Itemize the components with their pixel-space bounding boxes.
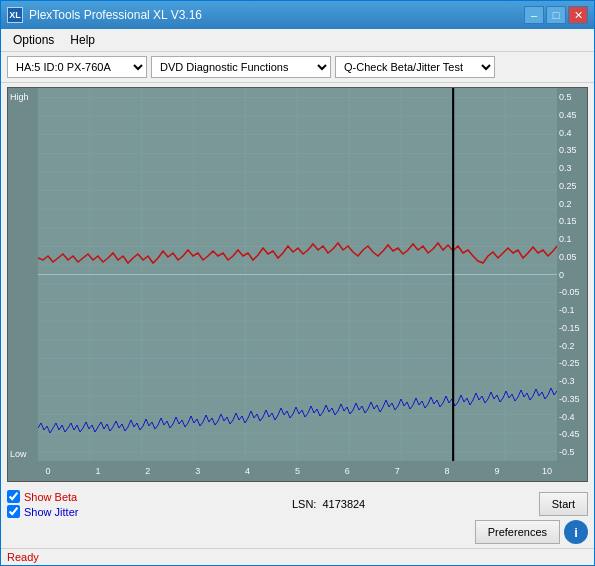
y-high-label: High (10, 92, 29, 102)
menu-bar: Options Help (1, 29, 594, 52)
show-jitter-label: Show Jitter (24, 506, 78, 518)
title-controls: – □ ✕ (524, 6, 588, 24)
test-selector[interactable]: Q-Check Beta/Jitter Test (335, 56, 495, 78)
chart-container: High Low 0.5 0.45 0.4 0.35 0.3 0.25 0.2 … (7, 87, 588, 482)
y-axis-right: 0.5 0.45 0.4 0.35 0.3 0.25 0.2 0.15 0.1 … (557, 88, 587, 461)
show-beta-row: Show Beta (7, 490, 78, 503)
toolbar: HA:5 ID:0 PX-760A DVD Diagnostic Functio… (1, 52, 594, 83)
lsn-area: LSN: 4173824 (292, 498, 365, 510)
main-window: XL PlexTools Professional XL V3.16 – □ ✕… (0, 0, 595, 566)
show-beta-label: Show Beta (24, 491, 77, 503)
menu-options[interactable]: Options (5, 31, 62, 49)
x-axis: 0 1 2 3 4 5 6 7 8 9 10 (38, 461, 557, 481)
drive-selector[interactable]: HA:5 ID:0 PX-760A (7, 56, 147, 78)
status-text: Ready (7, 551, 39, 563)
title-bar-left: XL PlexTools Professional XL V3.16 (7, 7, 202, 23)
bottom-row1: Show Beta Show Jitter LSN: 4173824 Start (7, 490, 588, 518)
maximize-button[interactable]: □ (546, 6, 566, 24)
show-jitter-checkbox[interactable] (7, 505, 20, 518)
info-button[interactable]: i (564, 520, 588, 544)
show-beta-checkbox[interactable] (7, 490, 20, 503)
window-title: PlexTools Professional XL V3.16 (29, 8, 202, 22)
minimize-button[interactable]: – (524, 6, 544, 24)
preferences-button[interactable]: Preferences (475, 520, 560, 544)
function-selector[interactable]: DVD Diagnostic Functions (151, 56, 331, 78)
lsn-value: 4173824 (322, 498, 365, 510)
start-button[interactable]: Start (539, 492, 588, 516)
bottom-bar: Show Beta Show Jitter LSN: 4173824 Start… (1, 486, 594, 548)
checkboxes: Show Beta Show Jitter (7, 490, 78, 518)
app-logo: XL (7, 7, 23, 23)
menu-help[interactable]: Help (62, 31, 103, 49)
lsn-label: LSN: (292, 498, 316, 510)
bottom-row2: Preferences i (7, 520, 588, 544)
status-bar: Ready (1, 548, 594, 565)
close-button[interactable]: ✕ (568, 6, 588, 24)
chart-plot (38, 88, 557, 461)
title-bar: XL PlexTools Professional XL V3.16 – □ ✕ (1, 1, 594, 29)
y-low-label: Low (10, 449, 27, 459)
show-jitter-row: Show Jitter (7, 505, 78, 518)
